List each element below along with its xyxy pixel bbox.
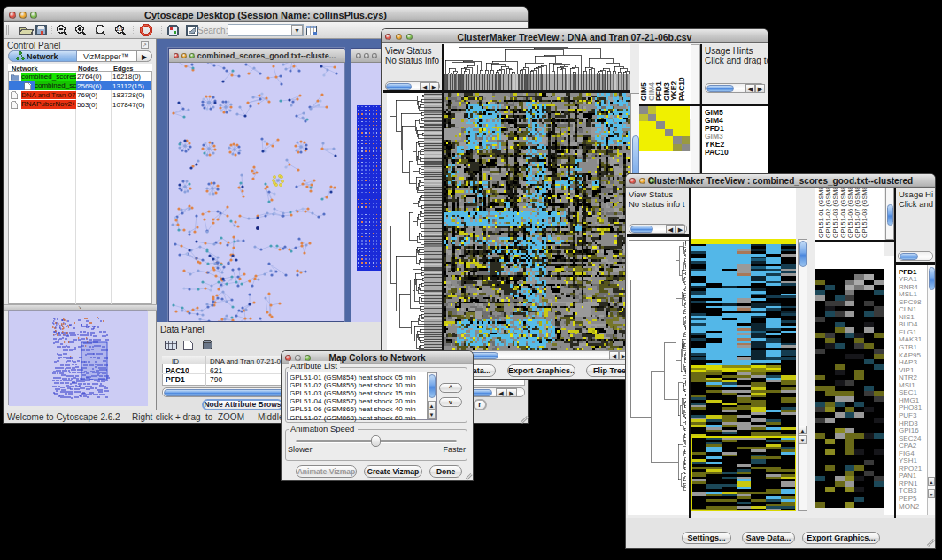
- svg-text:1:1: 1:1: [116, 27, 123, 32]
- svg-text:GPL51-08 (GSM872): GPL51-08 (GSM872): [861, 188, 869, 238]
- svg-text:PAC10: PAC10: [677, 77, 686, 101]
